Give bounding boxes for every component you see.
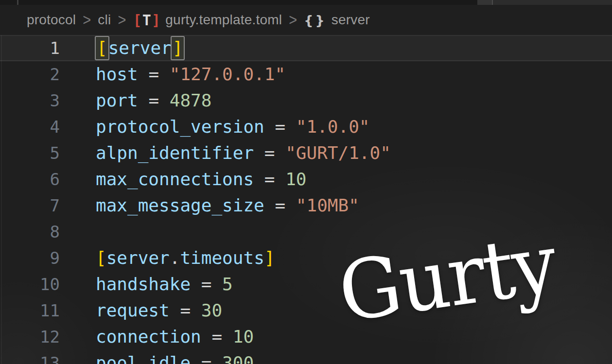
token-bracket: [	[96, 248, 106, 268]
breadcrumb-item-folder[interactable]: protocol	[27, 12, 76, 28]
code-line[interactable]: 8	[0, 219, 612, 245]
editor-area[interactable]: 1[server]2host = "127.0.0.1"3port = 4878…	[0, 35, 612, 364]
token-string: "127.0.0.1"	[170, 64, 285, 84]
symbol-table-icon: {}	[304, 13, 326, 28]
chevron-right-icon: >	[118, 11, 126, 29]
token-op: =	[170, 300, 201, 320]
token-op: .	[170, 248, 180, 268]
code-text: max_connections = 10	[96, 166, 307, 192]
token-key: pool_idle	[96, 353, 191, 364]
tab-bar-empty-area	[477, 0, 612, 5]
line-number[interactable]: 6	[0, 166, 60, 192]
token-op: =	[264, 117, 296, 137]
token-op: =	[201, 327, 233, 347]
code-line[interactable]: 2host = "127.0.0.1"	[0, 61, 612, 87]
token-number: 4878	[170, 90, 212, 110]
code-text: protocol_version = "1.0.0"	[96, 114, 370, 140]
token-op: =	[254, 169, 285, 189]
line-number[interactable]: 10	[0, 271, 60, 297]
code-text: [server.timeouts]	[96, 245, 275, 271]
line-number[interactable]: 1	[0, 36, 60, 60]
code-text: handshake = 5	[96, 271, 233, 297]
code-line[interactable]: 9[server.timeouts]	[0, 245, 612, 271]
tab-bar-tab-edge	[477, 0, 492, 5]
code-text: pool_idle = 300	[96, 350, 254, 364]
token-key: timeouts	[180, 248, 264, 268]
line-number[interactable]: 11	[0, 297, 60, 324]
code-line[interactable]: 3port = 4878	[0, 87, 612, 114]
code-line[interactable]: 12connection = 10	[0, 324, 612, 350]
line-number[interactable]: 2	[0, 61, 60, 87]
tab-bar-remnant	[0, 0, 612, 5]
token-key: protocol_version	[96, 117, 264, 137]
code-line[interactable]: 10handshake = 5	[0, 271, 612, 297]
token-key: connection	[96, 327, 201, 347]
code-line[interactable]: 13pool_idle = 300	[0, 350, 612, 364]
editor-lines: 1[server]2host = "127.0.0.1"3port = 4878…	[0, 35, 612, 364]
token-key: max_message_size	[96, 195, 264, 215]
breadcrumb-item-symbol[interactable]: server	[332, 12, 370, 28]
code-line[interactable]: 4protocol_version = "1.0.0"	[0, 114, 612, 140]
line-number[interactable]: 5	[0, 140, 60, 166]
token-number: 300	[222, 353, 254, 364]
code-line[interactable]: 7max_message_size = "10MB"	[0, 192, 612, 219]
token-key: host	[96, 64, 138, 84]
editor-left-edge	[1, 35, 2, 364]
line-number[interactable]: 12	[0, 324, 60, 350]
token-op: =	[191, 274, 222, 294]
tab-bar-divider	[492, 0, 493, 5]
breadcrumb-item-file[interactable]: gurty.template.toml	[165, 12, 282, 28]
line-number[interactable]: 3	[0, 87, 60, 114]
token-string: "10MB"	[296, 195, 359, 215]
code-line[interactable]: 5alpn_identifier = "GURT/1.0"	[0, 140, 612, 166]
chevron-right-icon: >	[83, 11, 91, 29]
code-text: alpn_identifier = "GURT/1.0"	[96, 140, 391, 166]
token-key: server	[106, 248, 170, 268]
code-text: host = "127.0.0.1"	[96, 61, 285, 87]
code-line[interactable]: 6max_connections = 10	[0, 166, 612, 192]
token-op: =	[254, 143, 285, 163]
token-bracket: ]	[264, 248, 275, 268]
breadcrumb-item-subfolder[interactable]: cli	[98, 12, 111, 28]
token-key: alpn_identifier	[96, 143, 254, 163]
token-number: 10	[233, 327, 254, 347]
token-op: =	[138, 64, 170, 84]
toml-file-icon: [T]	[133, 12, 161, 29]
token-op: =	[264, 195, 296, 215]
token-op: =	[138, 90, 170, 110]
line-number[interactable]: 4	[0, 114, 60, 140]
token-number: 10	[285, 169, 306, 189]
token-key: max_connections	[96, 169, 254, 189]
token-key: request	[96, 300, 170, 320]
tab-separator	[17, 0, 18, 5]
breadcrumb: protocol > cli > [T] gurty.template.toml…	[0, 5, 612, 35]
token-bracket-match: ]	[171, 36, 185, 60]
line-number[interactable]: 8	[0, 219, 60, 245]
token-key: handshake	[96, 274, 191, 294]
code-text: request = 30	[96, 297, 222, 324]
token-string: "1.0.0"	[296, 117, 370, 137]
token-key: server	[108, 38, 172, 58]
code-text: max_message_size = "10MB"	[96, 192, 359, 219]
code-text: [server]	[96, 36, 184, 60]
line-number[interactable]: 9	[0, 245, 60, 271]
token-number: 30	[201, 300, 222, 320]
code-line[interactable]: 11request = 30	[0, 297, 612, 324]
chevron-right-icon: >	[289, 11, 297, 29]
token-bracket-match: [	[95, 36, 109, 60]
code-text: port = 4878	[96, 87, 211, 114]
line-number[interactable]: 7	[0, 192, 60, 219]
code-line[interactable]: 1[server]	[0, 35, 612, 61]
token-key: port	[96, 90, 138, 110]
token-string: "GURT/1.0"	[285, 143, 391, 163]
token-op: =	[191, 353, 222, 364]
line-number[interactable]: 13	[0, 350, 60, 364]
token-number: 5	[222, 274, 233, 294]
code-text: connection = 10	[96, 324, 254, 350]
